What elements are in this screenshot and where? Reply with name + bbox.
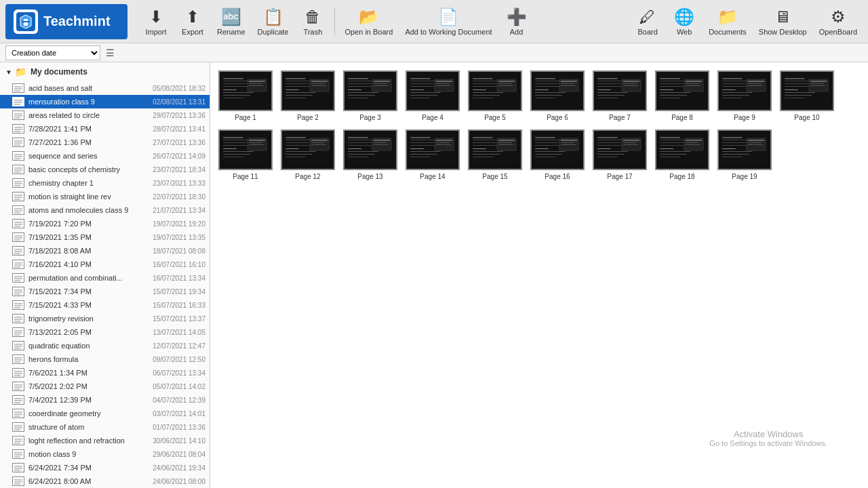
sidebar-item[interactable]: sequence and series26/07/2021 14:09: [0, 149, 210, 163]
sidebar-item[interactable]: chemistry chapter 123/07/2021 13:33: [0, 176, 210, 190]
sidebar-item[interactable]: permutation and combinati...16/07/2021 1…: [0, 271, 210, 285]
svg-rect-267: [436, 140, 452, 141]
sidebar-item[interactable]: 6/24/2021 8:00 AM24/06/2021 08:00: [0, 474, 210, 488]
page-label: Page 8: [671, 114, 693, 121]
page-thumb[interactable]: Page 2: [281, 70, 335, 121]
add-to-working-button[interactable]: 📄 Add to Working Document: [399, 4, 497, 39]
sidebar-item[interactable]: 7/19/2021 7:20 PM19/07/2021 19:20: [0, 217, 210, 230]
sidebar-item[interactable]: acid bases and salt05/08/2021 18:32: [0, 81, 210, 95]
app-logo: Teachmint: [5, 4, 127, 39]
sidebar-item[interactable]: cooerdinate geometry03/07/2021 14:01: [0, 407, 210, 420]
page-thumb[interactable]: Page 6: [530, 70, 585, 121]
svg-rect-229: [223, 157, 243, 157]
sidebar-item[interactable]: 7/27/2021 1:36 PM27/07/2021 13:36: [0, 136, 210, 149]
sidebar-item[interactable]: mensuration class 902/08/2021 13:31: [0, 95, 210, 108]
documents-button[interactable]: 📁 Documents: [703, 4, 752, 39]
svg-rect-226: [223, 148, 237, 149]
sidebar-item[interactable]: 7/19/2021 1:35 PM19/07/2021 13:35: [0, 230, 210, 244]
sidebar-item[interactable]: 7/13/2021 2:05 PM13/07/2021 14:05: [0, 325, 210, 339]
add-button[interactable]: ➕ Add: [499, 4, 534, 39]
sidebar-item[interactable]: trignometry revision15/07/2021 13:37: [0, 312, 210, 325]
sidebar-item[interactable]: 7/15/2021 7:34 PM15/07/2021 19:34: [0, 285, 210, 298]
sidebar-item-date: 23/07/2021 13:33: [153, 180, 205, 187]
page-thumbnail-image: [530, 70, 585, 111]
svg-rect-196: [686, 83, 699, 84]
sidebar-item[interactable]: loght reflection and refraction30/06/202…: [0, 434, 210, 447]
main-layout: ▼ 📁 My documents acid bases and salt05/0…: [0, 62, 868, 488]
app-name: Teachmint: [43, 14, 111, 29]
import-label: Import: [145, 28, 166, 36]
sidebar-item[interactable]: 7/18/2021 8:08 AM18/07/2021 08:08: [0, 244, 210, 258]
duplicate-button[interactable]: 📋 Duplicate: [252, 4, 294, 39]
sidebar-item[interactable]: basic concepts of chemistry23/07/2021 18…: [0, 163, 210, 176]
page-thumb[interactable]: Page 4: [406, 70, 460, 121]
sidebar-item[interactable]: 7/15/2021 4:33 PM15/07/2021 16:33: [0, 298, 210, 312]
page-thumb[interactable]: Page 9: [717, 70, 772, 121]
sidebar-item[interactable]: motion is straight line rev22/07/2021 18…: [0, 190, 210, 203]
sidebar-item-date: 29/06/2021 08:04: [153, 451, 205, 458]
sidebar-item[interactable]: 7/4/2021 12:39 PM04/07/2021 12:39: [0, 393, 210, 407]
page-thumb[interactable]: Page 10: [780, 70, 834, 121]
svg-rect-181: [597, 98, 618, 98]
page-thumb[interactable]: Page 13: [343, 129, 397, 180]
board-button[interactable]: 🖊 Board: [630, 4, 665, 39]
svg-rect-187: [660, 81, 687, 81]
sidebar-item[interactable]: 7/28/2021 1:41 PM28/07/2021 13:41: [0, 122, 210, 136]
show-desktop-button[interactable]: 🖥 Show Desktop: [753, 4, 812, 39]
sidebar-item[interactable]: quadratic equation12/07/2021 12:47: [0, 339, 210, 352]
sidebar-item[interactable]: motion class 929/06/2021 08:04: [0, 447, 210, 461]
page-thumb[interactable]: Page 7: [593, 70, 647, 121]
page-label: Page 15: [482, 173, 507, 180]
page-thumb[interactable]: Page 19: [717, 129, 772, 180]
filter-icon[interactable]: ☰: [106, 47, 115, 58]
svg-rect-192: [660, 95, 687, 96]
page-thumb[interactable]: Page 12: [281, 129, 335, 180]
page-thumb[interactable]: Page 11: [218, 129, 273, 180]
svg-rect-173: [561, 85, 576, 86]
page-thumb[interactable]: Page 15: [468, 129, 522, 180]
svg-rect-107: [223, 92, 254, 93]
import-button[interactable]: ⬇ Import: [138, 4, 174, 39]
sidebar-item[interactable]: atoms and nmolecules class 921/07/2021 1…: [0, 203, 210, 217]
export-button[interactable]: ⬆ Export: [175, 4, 210, 39]
sidebar-item[interactable]: 7/6/2021 1:34 PM06/07/2021 13:34: [0, 366, 210, 380]
sidebar-item[interactable]: areas related to circle29/07/2021 13:36: [0, 108, 210, 122]
svg-rect-193: [660, 98, 680, 98]
rename-button[interactable]: 🔤 Rename: [212, 4, 251, 39]
sidebar-item[interactable]: structure of atom01/07/2021 13:36: [0, 420, 210, 434]
page-thumb[interactable]: Page 17: [593, 129, 647, 180]
svg-rect-162: [535, 78, 555, 79]
sidebar-item[interactable]: 7/5/2021 2:02 PM05/07/2021 14:02: [0, 380, 210, 393]
toolbar-main-group: ⬇ Import ⬆ Export 🔤 Rename 📋 Duplicate 🗑…: [138, 4, 534, 39]
sidebar-header[interactable]: ▼ 📁 My documents: [0, 62, 210, 81]
svg-rect-210: [785, 78, 805, 79]
svg-rect-258: [410, 137, 431, 138]
add-to-working-label: Add to Working Document: [405, 28, 492, 36]
openboard-button[interactable]: ⚙ OpenBoard: [814, 4, 863, 39]
sidebar-item[interactable]: 7/16/2021 4:10 PM16/07/2021 16:10: [0, 258, 210, 271]
page-thumb[interactable]: Page 14: [406, 129, 460, 180]
svg-rect-178: [597, 89, 611, 90]
web-button[interactable]: 🌐 Web: [667, 4, 702, 39]
page-thumb[interactable]: Page 1: [218, 70, 273, 121]
page-thumb[interactable]: Page 3: [343, 70, 397, 121]
trash-button[interactable]: 🗑 Trash: [295, 4, 330, 39]
sidebar-title: My documents: [31, 67, 87, 77]
page-label: Page 17: [607, 173, 632, 180]
sidebar-item[interactable]: 6/24/2021 7:34 PM24/06/2021 19:34: [0, 461, 210, 474]
sidebar-folder-icon: 📁: [15, 66, 26, 77]
export-label: Export: [182, 28, 203, 36]
sort-select[interactable]: Creation date Name Modified date: [5, 45, 100, 60]
sidebar-item[interactable]: herons formula09/07/2021 12:50: [0, 352, 210, 366]
svg-rect-279: [498, 140, 515, 141]
page-thumb[interactable]: Page 18: [655, 129, 709, 180]
svg-rect-123: [311, 81, 328, 82]
open-in-board-button[interactable]: 📂 Open in Board: [339, 4, 398, 39]
doc-icon: [12, 260, 24, 269]
page-thumb[interactable]: Page 8: [655, 70, 709, 121]
svg-rect-288: [535, 154, 562, 155]
sidebar-item-name: mensuration class 9: [28, 98, 150, 106]
page-thumb[interactable]: Page 16: [530, 129, 585, 180]
svg-rect-155: [473, 92, 503, 93]
page-thumb[interactable]: Page 5: [468, 70, 522, 121]
